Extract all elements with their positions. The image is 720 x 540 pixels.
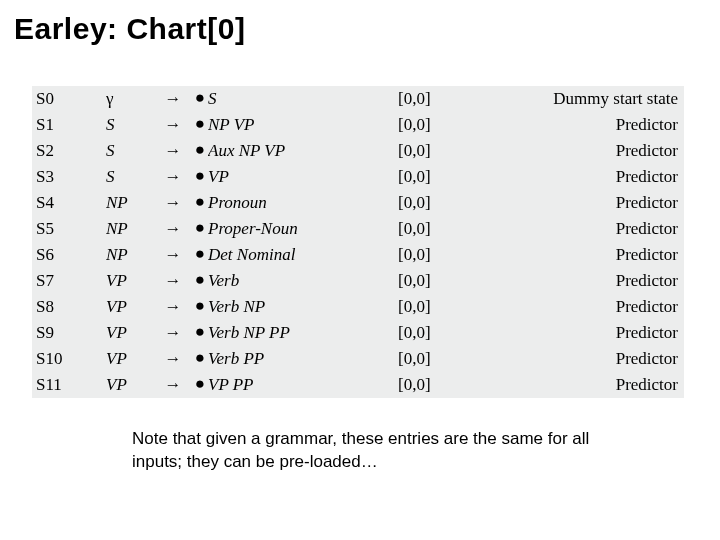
dot-icon: ● (192, 270, 208, 290)
arrow-icon: → (154, 89, 192, 109)
arrow-icon: → (154, 219, 192, 239)
rule-rhs: Proper-Noun (208, 219, 398, 239)
state-id: S1 (32, 115, 106, 135)
rule-rhs: Verb (208, 271, 398, 291)
state-id: S10 (32, 349, 106, 369)
state-id: S5 (32, 219, 106, 239)
state-id: S3 (32, 167, 106, 187)
rule-rhs: VP PP (208, 375, 398, 395)
rule-rhs: VP (208, 167, 398, 187)
arrow-icon: → (154, 323, 192, 343)
dot-icon: ● (192, 244, 208, 264)
row-label: Predictor (498, 219, 684, 239)
rule-lhs: S (106, 141, 154, 161)
dot-icon: ● (192, 322, 208, 342)
rule-rhs: NP VP (208, 115, 398, 135)
span-cell: [0,0] (398, 115, 498, 135)
span-cell: [0,0] (398, 349, 498, 369)
row-label: Predictor (498, 193, 684, 213)
table-row: S0γ→●S[0,0]Dummy start state (32, 86, 684, 112)
row-label: Predictor (498, 375, 684, 395)
dot-icon: ● (192, 296, 208, 316)
rule-rhs: Verb PP (208, 349, 398, 369)
dot-icon: ● (192, 374, 208, 394)
span-cell: [0,0] (398, 323, 498, 343)
state-id: S2 (32, 141, 106, 161)
rule-rhs: Verb NP (208, 297, 398, 317)
rule-lhs: VP (106, 375, 154, 395)
dot-icon: ● (192, 140, 208, 160)
arrow-icon: → (154, 245, 192, 265)
row-label: Predictor (498, 245, 684, 265)
table-row: S4NP→●Pronoun[0,0]Predictor (32, 190, 684, 216)
table-row: S5NP→●Proper-Noun[0,0]Predictor (32, 216, 684, 242)
table-row: S9VP→●Verb NP PP[0,0]Predictor (32, 320, 684, 346)
dot-icon: ● (192, 192, 208, 212)
state-id: S0 (32, 89, 106, 109)
dot-icon: ● (192, 166, 208, 186)
span-cell: [0,0] (398, 219, 498, 239)
slide: Earley: Chart[0] S0γ→●S[0,0]Dummy start … (0, 0, 720, 540)
rule-lhs: S (106, 167, 154, 187)
table-row: S10VP→●Verb PP[0,0]Predictor (32, 346, 684, 372)
arrow-icon: → (154, 349, 192, 369)
footnote: Note that given a grammar, these entries… (132, 428, 592, 474)
chart-table: S0γ→●S[0,0]Dummy start stateS1S→●NP VP[0… (32, 86, 684, 398)
rule-rhs: Det Nominal (208, 245, 398, 265)
arrow-icon: → (154, 271, 192, 291)
row-label: Dummy start state (498, 89, 684, 109)
row-label: Predictor (498, 141, 684, 161)
page-title: Earley: Chart[0] (14, 12, 245, 46)
rule-lhs: S (106, 115, 154, 135)
state-id: S8 (32, 297, 106, 317)
rule-lhs: NP (106, 245, 154, 265)
row-label: Predictor (498, 297, 684, 317)
span-cell: [0,0] (398, 375, 498, 395)
arrow-icon: → (154, 375, 192, 395)
rule-rhs: Pronoun (208, 193, 398, 213)
rule-lhs: VP (106, 297, 154, 317)
span-cell: [0,0] (398, 297, 498, 317)
arrow-icon: → (154, 167, 192, 187)
table-row: S8VP→●Verb NP[0,0]Predictor (32, 294, 684, 320)
rule-rhs: Verb NP PP (208, 323, 398, 343)
row-label: Predictor (498, 349, 684, 369)
dot-icon: ● (192, 88, 208, 108)
arrow-icon: → (154, 115, 192, 135)
arrow-icon: → (154, 193, 192, 213)
span-cell: [0,0] (398, 167, 498, 187)
arrow-icon: → (154, 297, 192, 317)
span-cell: [0,0] (398, 271, 498, 291)
span-cell: [0,0] (398, 245, 498, 265)
span-cell: [0,0] (398, 141, 498, 161)
span-cell: [0,0] (398, 89, 498, 109)
rule-lhs: NP (106, 219, 154, 239)
state-id: S4 (32, 193, 106, 213)
state-id: S6 (32, 245, 106, 265)
table-row: S1S→●NP VP[0,0]Predictor (32, 112, 684, 138)
dot-icon: ● (192, 218, 208, 238)
rule-rhs: Aux NP VP (208, 141, 398, 161)
rule-lhs: VP (106, 271, 154, 291)
table-row: S7VP→●Verb[0,0]Predictor (32, 268, 684, 294)
state-id: S11 (32, 375, 106, 395)
rule-lhs: NP (106, 193, 154, 213)
table-row: S2S→●Aux NP VP[0,0]Predictor (32, 138, 684, 164)
row-label: Predictor (498, 323, 684, 343)
table-row: S6NP→●Det Nominal[0,0]Predictor (32, 242, 684, 268)
table-row: S3S→●VP[0,0]Predictor (32, 164, 684, 190)
rule-rhs: S (208, 89, 398, 109)
state-id: S9 (32, 323, 106, 343)
rule-lhs: VP (106, 349, 154, 369)
table-row: S11VP→●VP PP[0,0]Predictor (32, 372, 684, 398)
rule-lhs: VP (106, 323, 154, 343)
dot-icon: ● (192, 114, 208, 134)
span-cell: [0,0] (398, 193, 498, 213)
row-label: Predictor (498, 167, 684, 187)
arrow-icon: → (154, 141, 192, 161)
row-label: Predictor (498, 271, 684, 291)
dot-icon: ● (192, 348, 208, 368)
rule-lhs: γ (106, 89, 154, 109)
state-id: S7 (32, 271, 106, 291)
row-label: Predictor (498, 115, 684, 135)
